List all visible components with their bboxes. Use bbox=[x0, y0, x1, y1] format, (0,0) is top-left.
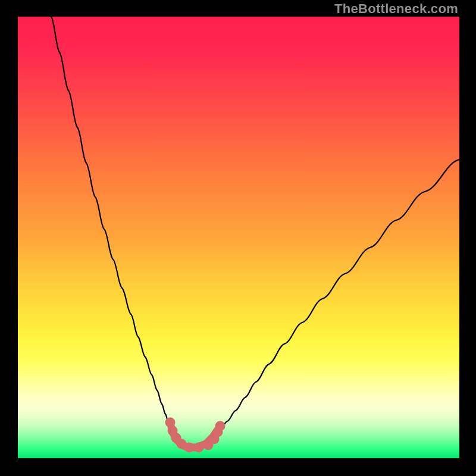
chart-frame: TheBottleneck.com bbox=[0, 0, 476, 476]
watermark-text: TheBottleneck.com bbox=[334, 1, 458, 17]
marker-dots bbox=[165, 418, 226, 453]
marker-dot bbox=[215, 421, 226, 431]
marker-dot bbox=[194, 443, 204, 453]
marker-dot bbox=[184, 443, 195, 453]
curve-right-branch bbox=[214, 159, 459, 436]
plot-area bbox=[18, 17, 459, 458]
bottleneck-curve bbox=[18, 17, 459, 458]
curve-left-branch bbox=[51, 17, 174, 436]
